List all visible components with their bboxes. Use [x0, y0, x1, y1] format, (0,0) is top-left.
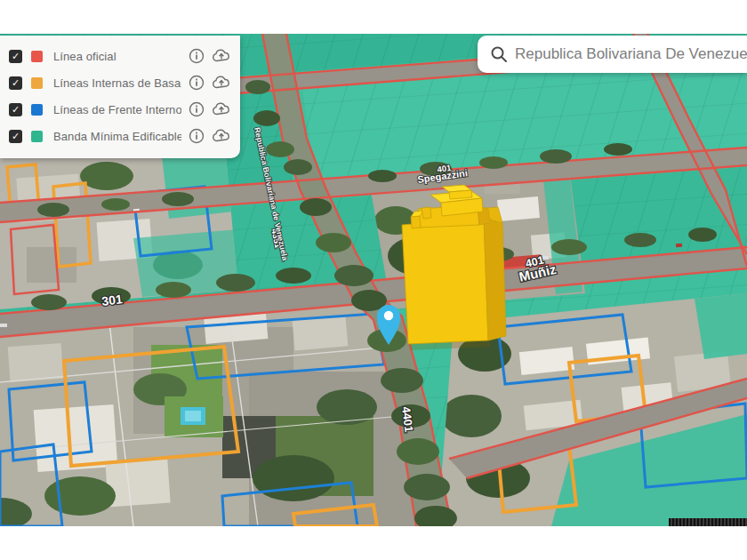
app-window: 401 Spegazzini 401 Muñiz 301 4401 4351 R… — [0, 0, 747, 560]
cloud-download-icon[interactable] — [212, 129, 231, 143]
checkbox-checked-icon[interactable]: ✓ — [9, 76, 22, 90]
legend-label: Línea oficial — [53, 50, 181, 63]
color-swatch — [31, 131, 43, 142]
checkbox-checked-icon[interactable]: ✓ — [9, 130, 22, 143]
legend-label: Líneas de Frente Interno (L.F.I) — [53, 103, 181, 116]
info-icon[interactable] — [189, 48, 205, 64]
cloud-download-icon[interactable] — [212, 49, 231, 63]
info-icon[interactable] — [189, 75, 205, 91]
color-swatch — [31, 104, 43, 116]
legend-row-linea-oficial: ✓ Línea oficial — [0, 43, 240, 69]
info-icon[interactable] — [189, 128, 205, 144]
legend-row-lfi: ✓ Líneas de Frente Interno (L.F.I) — [0, 96, 240, 123]
color-swatch — [31, 77, 43, 89]
street-label: 301 — [100, 292, 123, 308]
checkbox-checked-icon[interactable]: ✓ — [9, 103, 22, 116]
checkbox-checked-icon[interactable]: ✓ — [9, 50, 22, 63]
cloud-download-icon[interactable] — [212, 76, 231, 90]
cloud-download-icon[interactable] — [212, 102, 231, 116]
layers-legend-panel: ✓ Línea oficial ✓ Líneas Internas de Bas… — [0, 36, 240, 158]
info-icon[interactable] — [189, 101, 205, 117]
search-icon — [490, 45, 508, 63]
legend-row-lib: ✓ Líneas Internas de Basamento (L.I.B) — [0, 69, 240, 96]
search-input[interactable] — [515, 45, 747, 63]
legend-label: Líneas Internas de Basamento (L.I.B) — [53, 76, 181, 90]
legend-row-banda-minima: ✓ Banda Mínima Edificable — [0, 123, 240, 149]
address-search-bar — [478, 36, 747, 73]
legend-label: Banda Mínima Edificable — [53, 130, 181, 143]
map-attribution-bar — [669, 518, 747, 526]
color-swatch — [31, 51, 43, 62]
